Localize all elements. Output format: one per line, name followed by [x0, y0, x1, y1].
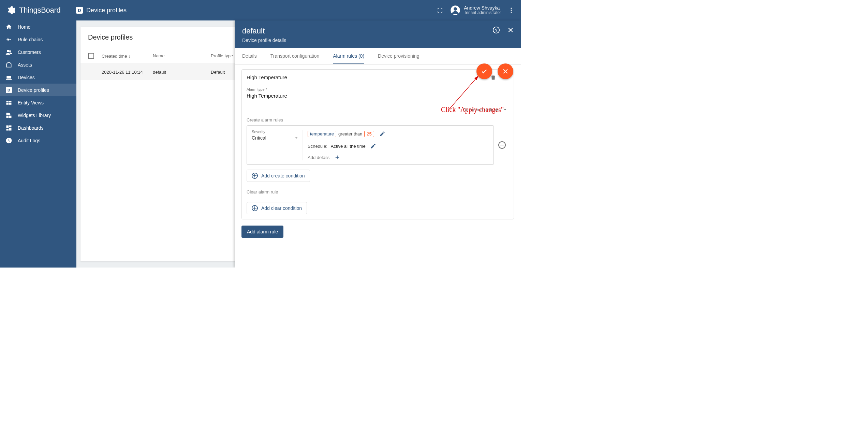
severity-select[interactable]: Critical	[252, 134, 299, 142]
cell-time: 2020-11-26 11:10:14	[102, 70, 153, 75]
svg-point-3	[511, 10, 512, 11]
schedule-label: Schedule:	[308, 144, 327, 149]
devices-icon	[5, 74, 12, 81]
sidebar-item-widgets-library[interactable]: Widgets Library	[0, 109, 76, 121]
alarm-type-label: Alarm type *	[247, 87, 509, 91]
severity-label: Severity	[252, 130, 299, 134]
alarm-title: High Temperature	[247, 74, 489, 80]
drawer-header: default Device profile details ?	[235, 20, 521, 48]
assets-icon	[5, 61, 12, 68]
device-profiles-icon: D	[5, 87, 12, 93]
svg-text:?: ?	[495, 28, 497, 33]
edit-schedule-icon[interactable]	[369, 142, 377, 150]
logo-icon	[6, 5, 16, 15]
audit-logs-icon	[5, 137, 12, 144]
condition-key: temperature	[308, 131, 336, 137]
svg-point-2	[511, 8, 512, 9]
more-icon[interactable]	[507, 6, 515, 14]
svg-point-5	[7, 50, 9, 52]
drawer-body: High Temperature Alarm type *	[235, 64, 521, 268]
create-alarm-rule: Severity Critical temperature	[247, 125, 494, 165]
svg-point-1	[454, 7, 457, 11]
alarm-card: High Temperature Alarm type *	[241, 69, 514, 219]
help-icon[interactable]: ?	[492, 26, 500, 34]
condition-line: temperature greater than 25	[308, 130, 489, 138]
col-created-time[interactable]: Created time↓	[102, 53, 153, 59]
sidebar-item-device-profiles[interactable]: D Device profiles	[0, 84, 76, 96]
content: Device profiles Created time↓ Name Profi…	[76, 20, 521, 268]
drawer-title: default	[242, 27, 513, 35]
apply-changes-button[interactable]	[476, 63, 492, 79]
condition-op: greater than	[338, 131, 362, 136]
sidebar-item-customers[interactable]: Customers	[0, 46, 76, 58]
dropdown-icon	[294, 135, 299, 141]
brand-text: ThingsBoard	[19, 6, 60, 15]
sidebar-item-label: Devices	[18, 75, 35, 80]
sidebar-item-audit-logs[interactable]: Audit Logs	[0, 134, 76, 147]
sidebar-item-dashboards[interactable]: Dashboards	[0, 121, 76, 134]
sidebar-item-devices[interactable]: Devices	[0, 71, 76, 84]
sidebar-item-label: Customers	[18, 49, 41, 55]
edit-condition-icon[interactable]	[378, 130, 386, 138]
add-create-condition-button[interactable]: Add create condition	[247, 170, 310, 182]
user-role: Tenant administrator	[464, 11, 501, 15]
svg-point-4	[511, 12, 512, 13]
tab-transport[interactable]: Transport configuration	[270, 48, 319, 64]
dashboards-icon	[5, 125, 12, 131]
annotation-text: Click "Apply changes"	[441, 106, 504, 114]
sidebar-item-label: Device profiles	[18, 87, 49, 93]
col-name[interactable]: Name	[153, 53, 211, 58]
alarm-type-input[interactable]	[247, 91, 509, 100]
plus-circle-icon	[252, 173, 258, 179]
plus-circle-icon	[252, 205, 258, 211]
tab-details[interactable]: Details	[242, 48, 257, 64]
device-profile-icon: D	[76, 7, 83, 14]
sidebar-item-home[interactable]: Home	[0, 20, 76, 33]
sidebar-item-label: Assets	[18, 62, 32, 68]
add-alarm-rule-button[interactable]: Add alarm rule	[241, 226, 283, 238]
sidebar-item-label: Dashboards	[18, 125, 44, 131]
user-name: Andrew Shvayka	[464, 5, 501, 11]
details-drawer: default Device profile details ? Details…	[235, 20, 521, 268]
condition-threshold: 25	[364, 131, 374, 137]
brand: ThingsBoard	[3, 5, 76, 15]
page-title: D Device profiles	[76, 7, 127, 14]
create-rules-label: Create alarm rules	[247, 117, 509, 123]
select-all-checkbox[interactable]	[88, 53, 94, 59]
sidebar-item-rule-chains[interactable]: Rule chains	[0, 33, 76, 46]
tabs: Details Transport configuration Alarm ru…	[235, 48, 521, 64]
add-clear-condition-button[interactable]: Add clear condition	[247, 202, 307, 214]
fullscreen-icon[interactable]	[436, 6, 444, 14]
sidebar-item-label: Widgets Library	[18, 113, 51, 118]
cell-name: default	[153, 70, 211, 75]
home-icon	[5, 24, 12, 30]
rule-chains-icon	[5, 36, 12, 43]
sidebar-item-assets[interactable]: Assets	[0, 58, 76, 71]
discard-changes-button[interactable]	[498, 63, 513, 79]
user-menu[interactable]: Andrew Shvayka Tenant administrator	[450, 5, 501, 15]
schedule-value: Active all the time	[331, 144, 366, 149]
entity-views-icon	[5, 99, 12, 106]
plus-icon	[334, 154, 340, 160]
app-bar: ThingsBoard D Device profiles Andrew Shv…	[0, 0, 521, 20]
clear-rule-label: Clear alarm rule	[247, 189, 509, 195]
tab-alarm-rules[interactable]: Alarm rules (0)	[333, 48, 364, 64]
sidebar-item-label: Rule chains	[18, 37, 43, 42]
tab-provisioning[interactable]: Device provisioning	[378, 48, 419, 64]
add-details-button[interactable]: Add details	[308, 154, 489, 160]
sidebar: Home Rule chains Customers Assets Device…	[0, 20, 76, 268]
close-icon[interactable]	[506, 26, 515, 34]
sort-desc-icon: ↓	[128, 53, 131, 59]
customers-icon	[5, 49, 12, 56]
widgets-icon	[5, 112, 12, 119]
sidebar-item-label: Home	[18, 24, 30, 30]
sidebar-item-entity-views[interactable]: Entity Views	[0, 96, 76, 109]
drawer-subtitle: Device profile details	[242, 38, 513, 43]
sidebar-item-label: Audit Logs	[18, 138, 40, 143]
page-title-text: Device profiles	[86, 7, 127, 14]
avatar-icon	[450, 5, 460, 15]
sidebar-item-label: Entity Views	[18, 100, 44, 105]
remove-rule-icon[interactable]	[498, 141, 506, 149]
